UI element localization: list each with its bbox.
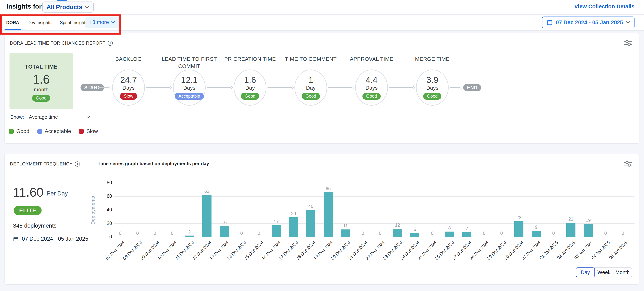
stage-status-badge: Good <box>241 93 259 100</box>
stage-unit: Day <box>245 85 255 91</box>
show-label: Show: <box>10 114 24 120</box>
gridline <box>114 183 634 183</box>
stage-status-badge: Good <box>423 93 442 100</box>
bar-value-label: 9 <box>528 224 545 230</box>
product-selector-button[interactable]: All Products <box>42 2 94 13</box>
bar-26-dec-2024[interactable] <box>445 231 454 237</box>
legend-swatch <box>38 129 42 134</box>
gridline <box>114 196 634 197</box>
bar-17-dec-2024[interactable] <box>289 217 298 237</box>
bar-13-dec-2024[interactable] <box>220 226 229 237</box>
bar-19-dec-2024[interactable] <box>324 192 333 237</box>
product-selector-value: All Products <box>46 4 82 11</box>
page-title: Insights for <box>6 3 42 10</box>
stage-title-backlog: BACKLOG <box>97 56 160 63</box>
bar-27-dec-2024[interactable] <box>462 232 472 237</box>
granularity-week[interactable]: Week <box>594 267 614 277</box>
view-collection-details-link[interactable]: View Collection Details <box>574 4 634 10</box>
bar-value-label: 0 <box>476 231 493 236</box>
bar-value-label: 21 <box>562 216 580 222</box>
tabs: DORADev InsightsSprint Insights <box>6 15 88 30</box>
bar-31-dec-2024[interactable] <box>532 231 541 237</box>
stage-status-badge: Acceptable <box>175 93 204 100</box>
tab-bar: DORADev InsightsSprint Insights +3 more … <box>0 15 644 31</box>
bar-value-label: 0 <box>493 231 510 236</box>
stage-unit: Days <box>122 85 134 91</box>
show-metric-value: Average time <box>29 114 58 120</box>
gridline <box>114 210 634 210</box>
stage-value: 4.4 <box>366 75 378 84</box>
granularity-month[interactable]: Month <box>613 267 632 277</box>
bar-value-label: 8 <box>441 225 458 231</box>
chevron-down-icon <box>111 21 115 23</box>
bar-02-jan-2025[interactable] <box>566 223 576 237</box>
stage-unit: Days <box>183 85 195 91</box>
stage-title-pr-creation-time: PR CREATION TIME <box>219 56 281 63</box>
bar-value-label: 0 <box>545 231 562 236</box>
tab-sprint-insights[interactable]: Sprint Insights <box>59 15 88 30</box>
stage-node-approval-time: 4.4DaysGood <box>355 70 388 106</box>
top-bar: Insights for All Products View Collectio… <box>0 0 644 31</box>
bar-18-dec-2024[interactable] <box>306 210 315 237</box>
stage-node-merge-time: 3.9DaysGood <box>416 70 449 106</box>
bar-value-label: 19 <box>580 218 597 223</box>
more-tabs-button[interactable]: +3 more <box>86 17 119 28</box>
gridline <box>114 223 634 224</box>
stage-value: 1.6 <box>244 75 256 84</box>
legend-swatch <box>79 129 84 134</box>
legend-swatch <box>9 129 14 134</box>
bar-value-label: 0 <box>233 231 250 236</box>
bar-value-label: 12 <box>389 222 406 228</box>
bar-30-dec-2024[interactable] <box>514 221 524 237</box>
bar-20-dec-2024[interactable] <box>341 229 350 237</box>
bar-value-label: 0 <box>424 231 441 236</box>
flow-arrow-icon <box>146 85 172 90</box>
stage-title-merge-time: MERGE TIME <box>401 56 464 63</box>
stage-unit: Days <box>426 85 438 91</box>
show-metric-row: Show: Average time <box>10 114 90 120</box>
bar-value-label: 0 <box>146 231 164 236</box>
tab-dora[interactable]: DORA <box>6 15 20 30</box>
bar-value-label: 29 <box>285 211 302 216</box>
bar-11-dec-2024[interactable] <box>185 235 194 237</box>
flow-arrow-icon <box>389 85 415 90</box>
bar-value-label: 16 <box>216 220 233 225</box>
bar-23-dec-2024[interactable] <box>393 229 402 237</box>
granularity-toggle: DayWeekMonth <box>576 267 632 277</box>
bar-12-dec-2024[interactable] <box>202 195 212 237</box>
stage-title-approval-time: APPROVAL TIME <box>340 56 403 63</box>
chevron-down-icon <box>85 6 90 9</box>
stage-status-badge: Good <box>302 93 320 100</box>
bar-value-label: 17 <box>268 219 285 224</box>
y-axis-tick: 20 <box>93 220 112 226</box>
deployments-bar-chart: Deployments 020406080007 Dec 2024008 Dec… <box>4 154 639 284</box>
bar-value-label: 0 <box>354 231 371 236</box>
stage-title-lead-time-to-first-commit: LEAD TIME TO FIRST COMMIT <box>158 56 220 70</box>
bar-value-label: 62 <box>198 189 216 194</box>
bar-24-dec-2024[interactable] <box>410 233 420 237</box>
bar-value-label: 0 <box>129 231 146 236</box>
bar-value-label: 66 <box>320 186 337 191</box>
bar-value-label: 0 <box>614 231 632 236</box>
bar-03-jan-2025[interactable] <box>584 224 593 237</box>
stage-status-badge: Slow <box>120 93 137 100</box>
flow-arrow-icon <box>268 85 294 90</box>
y-axis-tick: 80 <box>93 180 112 185</box>
bar-16-dec-2024[interactable] <box>272 225 281 237</box>
show-metric-dropdown[interactable]: Average time <box>29 114 90 120</box>
date-range-picker[interactable]: 07 Dec 2024 - 05 Jan 2025 <box>542 17 634 28</box>
stage-node-backlog: 24.7DaysSlow <box>112 70 145 106</box>
date-range-value: 07 Dec 2024 - 05 Jan 2025 <box>556 19 623 26</box>
bar-value-label: 2 <box>181 229 198 235</box>
stage-status-badge: Good <box>362 93 381 100</box>
stage-unit: Day <box>306 85 316 91</box>
y-axis-tick: 0 <box>93 234 112 239</box>
bar-value-label: 40 <box>302 204 319 209</box>
flow-end-node: END <box>463 84 481 91</box>
tab-dev-insights[interactable]: Dev Insights <box>27 15 52 30</box>
flow-arrow-icon <box>98 85 112 90</box>
legend-label: Acceptable <box>45 128 71 134</box>
granularity-day[interactable]: Day <box>576 267 595 277</box>
legend-item-acceptable: Acceptable <box>38 128 71 134</box>
status-legend: GoodAcceptableSlow <box>9 128 98 134</box>
